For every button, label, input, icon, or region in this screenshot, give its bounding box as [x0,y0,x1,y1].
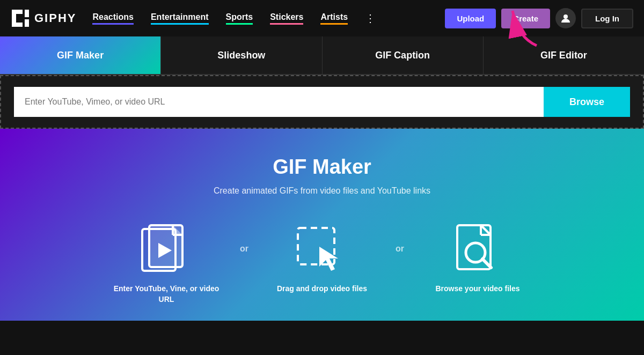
create-button[interactable]: Create [501,9,550,28]
tabs-bar: GIF Maker Slideshow GIF Caption GIF Edit… [0,36,644,75]
nav-sports[interactable]: Sports [226,12,253,25]
avatar-button[interactable] [555,8,576,28]
tab-gif-editor[interactable]: GIF Editor [484,36,644,74]
nav-artists[interactable]: Artists [320,12,348,25]
page-title: GIF Maker [273,156,371,179]
icon-block-drag: Drag and drop video files [268,223,376,294]
nav-links: Reactions Entertainment Sports Stickers … [92,12,445,25]
browse-button[interactable]: Browse [544,87,630,117]
or-text-1: or [240,244,248,254]
icon-block-browse: Browse your video files [424,223,531,294]
nav-stickers[interactable]: Stickers [270,12,303,25]
icon-label-drag: Drag and drop video files [277,284,367,294]
video-file-icon [140,223,193,276]
logo[interactable]: GIPHY [11,9,76,28]
svg-point-5 [564,14,568,19]
tab-gif-caption[interactable]: GIF Caption [323,36,484,74]
svg-rect-3 [25,10,29,17]
icon-block-video: Enter YouTube, Vine, or video URL [113,223,220,305]
svg-rect-2 [12,23,23,27]
url-section: Browse [0,75,644,129]
icon-label-browse: Browse your video files [435,284,519,294]
browse-files-icon [451,223,504,276]
user-icon [560,13,571,24]
page-subtitle: Create animated GIFs from video files an… [214,186,430,196]
svg-rect-1 [12,10,23,14]
svg-rect-4 [25,19,29,27]
url-row: Browse [14,87,630,117]
main-content: GIF Maker Create animated GIFs from vide… [0,129,644,321]
nav-entertainment[interactable]: Entertainment [151,12,209,25]
tab-slideshow[interactable]: Slideshow [161,36,322,74]
navbar: GIPHY Reactions Entertainment Sports Sti… [0,0,644,36]
drag-drop-icon [295,223,349,276]
login-button[interactable]: Log In [581,9,633,28]
or-text-2: or [396,244,404,254]
nav-reactions[interactable]: Reactions [92,12,133,25]
tab-gif-maker[interactable]: GIF Maker [0,36,161,74]
logo-text: GIPHY [34,11,76,25]
url-input[interactable] [14,87,544,117]
nav-right: Upload Create Log In [445,8,633,28]
icon-label-video: Enter YouTube, Vine, or video URL [113,284,220,305]
icons-row: Enter YouTube, Vine, or video URL or Dra… [113,223,531,305]
logo-icon [11,9,30,28]
more-options-button[interactable]: ⋮ [365,12,376,25]
upload-button[interactable]: Upload [445,9,496,28]
